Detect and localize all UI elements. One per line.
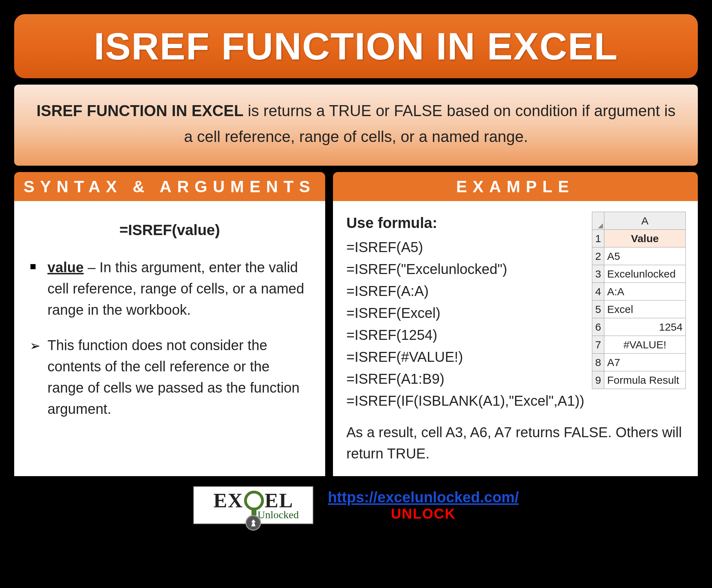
example-column: EXAMPLE Use formula: =ISREF(A5) =ISREF("… — [333, 172, 698, 476]
table-row: 3Excelunlocked — [592, 265, 686, 283]
table-row: 61254 — [592, 318, 686, 336]
logo-mid: EL — [265, 490, 293, 511]
logo: EX EL Unlocked — [193, 486, 313, 524]
table-cell: Excel — [604, 301, 686, 318]
row-number: 9 — [592, 371, 604, 389]
table-row: 9Formula Result — [592, 371, 686, 389]
website-link[interactable]: https://excelunlocked.com/ — [328, 489, 519, 506]
syntax-note-row: This function does not consider the cont… — [30, 335, 310, 419]
table-row: 2A5 — [592, 247, 686, 265]
table-row: 5Excel — [592, 301, 686, 318]
table-cell: #VALUE! — [604, 336, 686, 354]
column-header-a: A — [604, 212, 686, 230]
example-body: Use formula: =ISREF(A5) =ISREF("Excelunl… — [333, 201, 698, 476]
row-number: 5 — [592, 301, 604, 318]
page-title: ISREF FUNCTION IN EXCEL — [28, 24, 684, 68]
table-row: 7#VALUE! — [592, 336, 686, 354]
table-corner-icon — [592, 212, 604, 230]
title-banner: ISREF FUNCTION IN EXCEL — [14, 14, 698, 78]
columns: SYNTAX & ARGUMENTS =ISREF(value) value –… — [14, 172, 698, 476]
table-cell: Excelunlocked — [604, 265, 686, 283]
row-number: 7 — [592, 336, 604, 354]
row-number: 8 — [592, 354, 604, 371]
logo-pre: EX — [213, 490, 243, 511]
unlock-label: UNLOCK — [391, 506, 456, 522]
magnifier-icon — [244, 491, 264, 510]
row-number: 1 — [592, 230, 604, 247]
table-row: 1Value — [592, 230, 686, 247]
syntax-body: =ISREF(value) value – In this argument, … — [14, 201, 325, 476]
arrow-bullet-icon — [30, 335, 47, 358]
example-header: EXAMPLE — [333, 172, 698, 201]
example-result-text: As a result, cell A3, A6, A7 returns FAL… — [346, 422, 684, 464]
excel-mini-table: A 1Value 2A5 3Excelunlocked 4A:A 5Excel … — [592, 212, 686, 389]
table-cell: A7 — [604, 354, 686, 371]
table-cell: A5 — [604, 247, 686, 265]
row-number: 4 — [592, 283, 604, 301]
description-lead: ISREF FUNCTION IN EXCEL — [36, 102, 243, 119]
value-argument-text: value – In this argument, enter the vali… — [47, 257, 310, 320]
syntax-header: SYNTAX & ARGUMENTS — [14, 172, 325, 201]
row-number: 6 — [592, 318, 604, 336]
table-cell: A:A — [604, 283, 686, 301]
table-cell: Value — [604, 230, 686, 247]
table-cell: Formula Result — [604, 371, 686, 389]
infographic-container: ISREF FUNCTION IN EXCEL ISREF FUNCTION I… — [14, 14, 698, 524]
value-label: value — [47, 259, 84, 275]
footer: EX EL Unlocked https://excelunlocked.com… — [14, 486, 698, 524]
table-row: 8A7 — [592, 354, 686, 371]
row-number: 2 — [592, 247, 604, 265]
table-row: 4A:A — [592, 283, 686, 301]
keyhole-icon — [245, 515, 261, 531]
logo-subtext: Unlocked — [258, 509, 306, 521]
value-argument-row: value – In this argument, enter the vali… — [30, 257, 310, 320]
syntax-column: SYNTAX & ARGUMENTS =ISREF(value) value –… — [14, 172, 325, 476]
footer-right: https://excelunlocked.com/ UNLOCK — [328, 489, 519, 522]
description-text: is returns a TRUE or FALSE based on cond… — [184, 102, 676, 145]
value-sep: – — [84, 259, 99, 275]
logo-text: EX EL — [213, 490, 293, 511]
syntax-formula: =ISREF(value) — [30, 219, 310, 241]
row-number: 3 — [592, 265, 604, 283]
table-cell: 1254 — [604, 318, 686, 336]
formula-line: =ISREF(IF(ISBLANK(A1),"Excel",A1)) — [346, 390, 684, 412]
description-banner: ISREF FUNCTION IN EXCEL is returns a TRU… — [14, 85, 698, 166]
syntax-note-text: This function does not consider the cont… — [47, 335, 310, 419]
square-bullet-icon — [30, 257, 47, 276]
